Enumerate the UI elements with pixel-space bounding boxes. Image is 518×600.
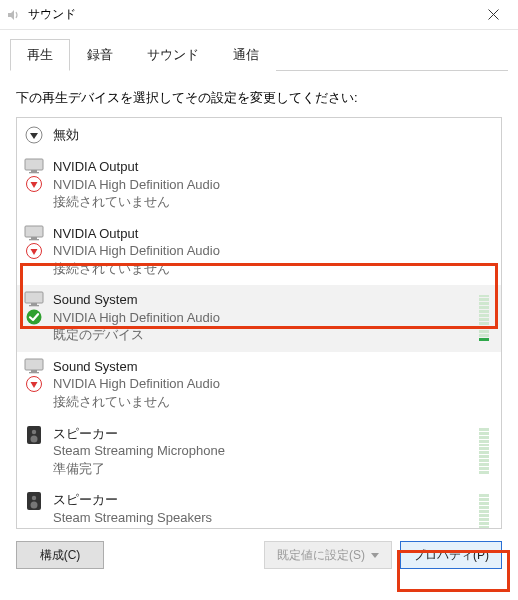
properties-button[interactable]: プロパティ(P) bbox=[400, 541, 502, 569]
device-text-col: 無効 bbox=[53, 126, 467, 144]
tab-playback[interactable]: 再生 bbox=[10, 39, 70, 71]
svg-marker-29 bbox=[371, 553, 379, 558]
tabs: 再生 録音 サウンド 通信 bbox=[0, 30, 518, 71]
device-icon-col bbox=[23, 225, 45, 278]
close-icon bbox=[488, 9, 499, 20]
tab-communications[interactable]: 通信 bbox=[216, 39, 276, 71]
monitor-icon bbox=[24, 225, 44, 241]
svg-rect-9 bbox=[25, 226, 43, 237]
close-button[interactable] bbox=[472, 1, 514, 29]
device-text-col: NVIDIA OutputNVIDIA High Definition Audi… bbox=[53, 158, 467, 211]
device-sub: NVIDIA High Definition Audio bbox=[53, 242, 467, 260]
device-status: 接続されていません bbox=[53, 393, 467, 411]
device-row[interactable]: NVIDIA OutputNVIDIA High Definition Audi… bbox=[17, 152, 501, 219]
device-text-col: Sound SystemNVIDIA High Definition Audio… bbox=[53, 291, 467, 344]
svg-rect-5 bbox=[31, 170, 37, 172]
device-icon-col bbox=[23, 126, 45, 144]
svg-rect-6 bbox=[29, 172, 39, 173]
tab-recording[interactable]: 録音 bbox=[70, 39, 130, 71]
device-name: スピーカー bbox=[53, 491, 467, 509]
check-icon bbox=[26, 309, 42, 325]
device-icon-col bbox=[23, 291, 45, 344]
unplugged-icon bbox=[26, 243, 42, 259]
level-meter bbox=[479, 428, 489, 474]
svg-rect-16 bbox=[29, 305, 39, 306]
svg-rect-14 bbox=[25, 292, 43, 303]
sound-window-icon bbox=[4, 6, 22, 24]
svg-rect-19 bbox=[31, 370, 37, 372]
device-row[interactable]: スピーカーSteam Streaming Microphone準備完了 bbox=[17, 419, 501, 486]
svg-point-28 bbox=[31, 502, 38, 509]
device-name: NVIDIA Output bbox=[53, 225, 467, 243]
device-sub: NVIDIA High Definition Audio bbox=[53, 176, 467, 194]
device-icon-col bbox=[23, 158, 45, 211]
svg-rect-18 bbox=[25, 359, 43, 370]
device-name: Sound System bbox=[53, 291, 467, 309]
configure-button[interactable]: 構成(C) bbox=[16, 541, 104, 569]
device-sub: Steam Streaming Speakers bbox=[53, 509, 467, 527]
device-status: 既定のデバイス bbox=[53, 326, 467, 344]
speaker-icon bbox=[25, 425, 43, 445]
svg-rect-10 bbox=[31, 237, 37, 239]
set-default-label: 既定値に設定(S) bbox=[277, 547, 365, 564]
tab-sounds[interactable]: サウンド bbox=[130, 39, 216, 71]
device-meter-col bbox=[475, 425, 493, 478]
device-text-col: スピーカーSteam Streaming Microphone準備完了 bbox=[53, 425, 467, 478]
device-meter-col bbox=[475, 358, 493, 411]
device-meter-col bbox=[475, 291, 493, 344]
device-status: 接続されていません bbox=[53, 260, 467, 278]
svg-point-17 bbox=[27, 310, 42, 325]
svg-rect-15 bbox=[31, 303, 37, 305]
device-status: 準備完了 bbox=[53, 526, 467, 529]
device-row[interactable]: 無効 bbox=[17, 118, 501, 152]
chevron-down-icon bbox=[371, 553, 379, 558]
device-icon-col bbox=[23, 425, 45, 478]
svg-rect-4 bbox=[25, 159, 43, 170]
speaker-icon bbox=[25, 491, 43, 511]
unplugged-icon bbox=[26, 176, 42, 192]
device-row[interactable]: Sound SystemNVIDIA High Definition Audio… bbox=[17, 285, 501, 352]
device-text-col: スピーカーSteam Streaming Speakers準備完了 bbox=[53, 491, 467, 529]
set-default-button[interactable]: 既定値に設定(S) bbox=[264, 541, 392, 569]
unplugged-icon bbox=[26, 376, 42, 392]
svg-point-25 bbox=[31, 435, 38, 442]
device-meter-col bbox=[475, 225, 493, 278]
device-name: NVIDIA Output bbox=[53, 158, 467, 176]
down-arrow-icon bbox=[25, 126, 43, 144]
button-row: 構成(C) 既定値に設定(S) プロパティ(P) bbox=[0, 529, 518, 579]
level-meter bbox=[479, 295, 489, 341]
device-status: 接続されていません bbox=[53, 193, 467, 211]
monitor-icon bbox=[24, 291, 44, 307]
device-meter-col bbox=[475, 126, 493, 144]
level-meter bbox=[479, 495, 489, 529]
device-text-col: Sound SystemNVIDIA High Definition Audio… bbox=[53, 358, 467, 411]
instruction-text: 下の再生デバイスを選択してその設定を変更してください: bbox=[16, 89, 502, 107]
device-row[interactable]: NVIDIA OutputNVIDIA High Definition Audi… bbox=[17, 219, 501, 286]
device-text-col: NVIDIA OutputNVIDIA High Definition Audi… bbox=[53, 225, 467, 278]
device-row[interactable]: スピーカーSteam Streaming Speakers準備完了 bbox=[17, 485, 501, 529]
svg-point-27 bbox=[32, 496, 36, 500]
device-status: 準備完了 bbox=[53, 460, 467, 478]
device-icon-col bbox=[23, 358, 45, 411]
device-name: Sound System bbox=[53, 358, 467, 376]
device-meter-col bbox=[475, 491, 493, 529]
device-row[interactable]: Sound SystemNVIDIA High Definition Audio… bbox=[17, 352, 501, 419]
titlebar: サウンド bbox=[0, 0, 518, 30]
device-name: 無効 bbox=[53, 126, 467, 144]
device-name: スピーカー bbox=[53, 425, 467, 443]
svg-point-24 bbox=[32, 429, 36, 433]
svg-rect-20 bbox=[29, 372, 39, 373]
device-meter-col bbox=[475, 158, 493, 211]
device-icon-col bbox=[23, 491, 45, 529]
device-sub: NVIDIA High Definition Audio bbox=[53, 375, 467, 393]
svg-rect-11 bbox=[29, 239, 39, 240]
window-title: サウンド bbox=[28, 6, 472, 23]
device-sub: NVIDIA High Definition Audio bbox=[53, 309, 467, 327]
device-listbox[interactable]: 無効NVIDIA OutputNVIDIA High Definition Au… bbox=[16, 117, 502, 529]
monitor-icon bbox=[24, 158, 44, 174]
monitor-icon bbox=[24, 358, 44, 374]
device-sub: Steam Streaming Microphone bbox=[53, 442, 467, 460]
